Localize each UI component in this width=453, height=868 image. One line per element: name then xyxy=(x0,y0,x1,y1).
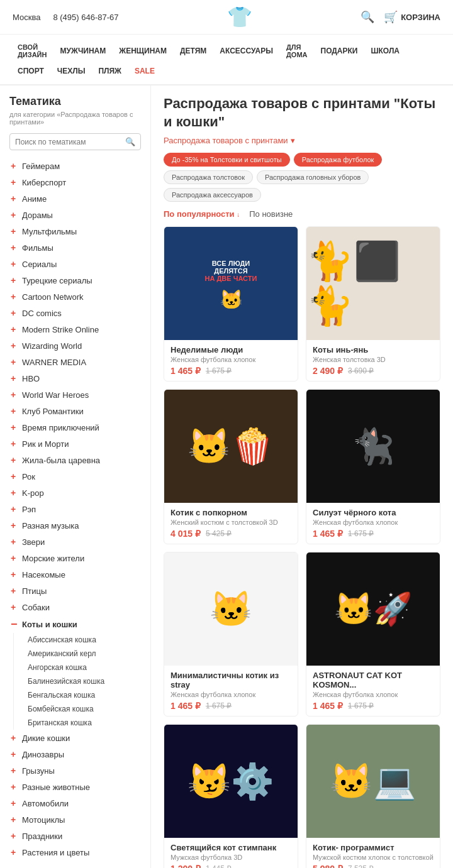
product-info-5: Минималистичны котик из stray Женская фу… xyxy=(164,666,298,716)
sub-item-angora[interactable]: Ангорская кошка xyxy=(26,661,141,674)
sidebar-item-adventure-time[interactable]: +Время приключений xyxy=(9,419,141,436)
sidebar-item-series[interactable]: +Сериалы xyxy=(9,256,141,272)
nav-home[interactable]: ДЛЯДОМА xyxy=(281,41,313,61)
sidebar-item-cartoon-network[interactable]: +Cartoon Network xyxy=(9,288,141,305)
sidebar-item-different-music[interactable]: +Разная музыка xyxy=(9,517,141,534)
plus-icon: + xyxy=(11,292,18,302)
sidebar-item-birds[interactable]: +Птицы xyxy=(9,583,141,599)
plus-icon: + xyxy=(11,488,18,498)
nav-gifts[interactable]: ПОДАРКИ xyxy=(316,44,363,58)
sub-item-american-curl[interactable]: Американский керл xyxy=(26,647,141,661)
sidebar-item-modern-strike[interactable]: +Modern Strike Online xyxy=(9,321,141,338)
nav-accessories[interactable]: АКСЕССУАРЫ xyxy=(215,44,278,58)
filter-tag-hats[interactable]: Распродажа головных уборов xyxy=(257,170,369,184)
sidebar-item-plants[interactable]: +Растения и цветы xyxy=(9,844,141,860)
price-new-3: 4 015 ₽ xyxy=(171,529,201,539)
product-card-1[interactable]: ВСЕ ЛЮДИДЕЛЯТСЯНА ДВЕ ЧАСТИ 🐱 Неделимые … xyxy=(164,226,298,382)
plus-icon: + xyxy=(11,373,18,383)
sidebar-item-cybersport[interactable]: +Киберспорт xyxy=(9,174,141,190)
product-prices-5: 1 465 ₽ 1 675 ₽ xyxy=(171,701,291,711)
phone-label[interactable]: 8 (495) 646-87-67 xyxy=(53,13,118,22)
sidebar-item-wizarding-world[interactable]: +Wizarding World xyxy=(9,338,141,354)
nav-sport[interactable]: СПОРТ xyxy=(13,64,49,78)
product-type-2: Женская толстовка 3D xyxy=(313,356,433,363)
plus-icon: + xyxy=(11,308,18,318)
sidebar-item-doramas[interactable]: +Дорамы xyxy=(9,207,141,223)
product-name-2: Коты инь-янь xyxy=(313,345,433,354)
product-card-4[interactable]: 🐈‍⬛ Силуэт чёрного кота Женская футболка… xyxy=(306,389,440,544)
sidebar-item-hbo[interactable]: +HBO xyxy=(9,370,141,387)
nav-own-design[interactable]: СВОЙДИЗАЙН xyxy=(13,41,52,61)
sub-item-abyssinian[interactable]: Абиссинская кошка xyxy=(26,633,141,647)
plus-icon: + xyxy=(11,439,18,449)
nav-sale[interactable]: SALE xyxy=(130,64,160,78)
sidebar-item-dogs[interactable]: +Собаки xyxy=(9,599,141,615)
sidebar-item-rodents[interactable]: +Грызуны xyxy=(9,762,141,779)
sidebar-item-rock[interactable]: +Рок xyxy=(9,468,141,485)
sidebar-item-rap[interactable]: +Рэп xyxy=(9,501,141,517)
nav-cases[interactable]: ЧЕХЛЫ xyxy=(52,64,91,78)
sidebar-item-insects[interactable]: +Насекомые xyxy=(9,566,141,583)
sidebar-item-cars[interactable]: +Автомобили xyxy=(9,795,141,811)
sidebar-item-other-animals[interactable]: +Разные животные xyxy=(9,779,141,795)
nav-men[interactable]: МУЖЧИНАМ xyxy=(55,44,111,58)
plus-icon: + xyxy=(11,733,18,743)
sidebar-item-wild-cats[interactable]: +Дикие кошки xyxy=(9,730,141,746)
product-card-5[interactable]: 🐱 Минималистичны котик из stray Женская … xyxy=(164,552,298,717)
logo[interactable]: 👕 xyxy=(227,5,252,29)
product-prices-1: 1 465 ₽ 1 675 ₽ xyxy=(171,366,291,376)
product-card-8[interactable]: 🐱💻 Котик- программист Мужской костюм хло… xyxy=(306,724,440,868)
product-card-7[interactable]: 😼⚙️ Светящийся кот стимпанк Мужская футб… xyxy=(164,724,298,868)
sidebar-item-kpop[interactable]: +K-pop xyxy=(9,485,141,501)
product-card-6[interactable]: 🐱🚀 ASTRONAUT CAT KOT KOSMON... Женская ф… xyxy=(306,552,440,717)
sidebar-item-gamers[interactable]: +Геймерам xyxy=(9,158,141,174)
sort-by-new[interactable]: По новизне xyxy=(249,209,293,219)
plus-icon: + xyxy=(11,847,18,857)
filter-tag-accessories[interactable]: Распродажа аксессуаров xyxy=(164,188,261,202)
sort-by-popularity[interactable]: По популярности ↓ xyxy=(164,209,240,219)
product-prices-4: 1 465 ₽ 1 675 ₽ xyxy=(313,529,433,539)
filter-tag-hoodies[interactable]: До -35% на Толстовки и свитшоты xyxy=(164,153,290,167)
sidebar-item-warner-media[interactable]: +WARNER MEDIA xyxy=(9,354,141,370)
price-new-5: 1 465 ₽ xyxy=(171,701,201,711)
search-icon[interactable]: 🔍 xyxy=(361,10,374,24)
sidebar-item-world-war-heroes[interactable]: +World War Heroes xyxy=(9,387,141,403)
sub-item-balinese[interactable]: Балинезийская кошка xyxy=(26,674,141,688)
sidebar-item-cats[interactable]: − Коты и кошки xyxy=(9,615,141,633)
sidebar-item-sea-creatures[interactable]: +Морские жители xyxy=(9,550,141,566)
nav-kids[interactable]: ДЕТЯМ xyxy=(175,44,211,58)
sidebar-item-turkish-series[interactable]: +Турецкие сериалы xyxy=(9,272,141,288)
sidebar-item-anime[interactable]: +Аниме xyxy=(9,190,141,207)
city-label[interactable]: Москва xyxy=(13,13,40,22)
sidebar-item-holidays[interactable]: +Праздники xyxy=(9,828,141,844)
sidebar-item-zhila-byla[interactable]: +Жила-была царевна xyxy=(9,452,141,468)
cats-sub-items: Абиссинская кошка Американский керл Анго… xyxy=(13,633,141,730)
filter-tag-sweatshirts[interactable]: Распродажа толстовок xyxy=(164,170,253,184)
sidebar-item-club-romantiki[interactable]: +Клуб Романтики xyxy=(9,403,141,419)
sidebar-item-animals[interactable]: +Звери xyxy=(9,534,141,550)
sidebar-item-motorcycles[interactable]: +Мотоциклы xyxy=(9,811,141,828)
sidebar-item-cartoons[interactable]: +Мультфильмы xyxy=(9,223,141,239)
sub-item-bombay[interactable]: Бомбейская кошка xyxy=(26,702,141,716)
sidebar-item-dc-comics[interactable]: +DC comics xyxy=(9,305,141,321)
nav-women[interactable]: ЖЕНЩИНАМ xyxy=(114,44,172,58)
sidebar-item-films[interactable]: +Фильмы xyxy=(9,239,141,256)
product-card-2[interactable]: 🐈⬛🐈 Коты инь-янь Женская толстовка 3D 2 … xyxy=(306,226,440,382)
plus-icon: + xyxy=(11,406,18,416)
product-card-3[interactable]: 🐱🍿 Котик с попкорном Женский костюм с то… xyxy=(164,389,298,544)
sidebar-item-dinosaurs[interactable]: +Динозавры xyxy=(9,746,141,762)
sort-arrow-icon: ↓ xyxy=(237,211,240,218)
product-image-2: 🐈⬛🐈 xyxy=(306,227,440,340)
sub-item-british[interactable]: Британская кошка xyxy=(26,716,141,730)
breadcrumb[interactable]: Распродажа товаров с принтами ▾ xyxy=(164,136,440,145)
search-input[interactable] xyxy=(15,138,125,146)
cart-button[interactable]: 🛒 КОРЗИНА xyxy=(384,10,440,24)
top-bar: Москва 8 (495) 646-87-67 👕 🔍 🛒 КОРЗИНА xyxy=(0,0,453,35)
filter-tag-tshirts[interactable]: Распродажа футболок xyxy=(294,153,383,167)
nav-beach[interactable]: ПЛЯЖ xyxy=(93,64,126,78)
nav-school[interactable]: ШКОЛА xyxy=(366,44,405,58)
sub-item-bengal[interactable]: Бенгальская кошка xyxy=(26,688,141,702)
sidebar-item-rick-morty[interactable]: +Рик и Морти xyxy=(9,436,141,452)
search-icon[interactable]: 🔍 xyxy=(125,137,135,146)
product-info-8: Котик- программист Мужской костюм хлопок… xyxy=(306,838,440,868)
